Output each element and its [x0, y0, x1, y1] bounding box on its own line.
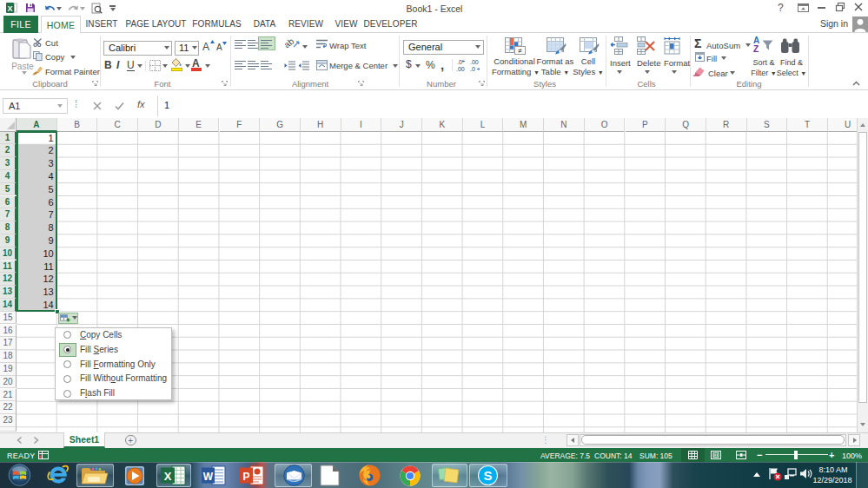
svg-text:S: S [483, 468, 492, 483]
svg-text:W: W [203, 471, 214, 483]
svg-text:.00: .00 [456, 66, 465, 72]
svg-text:X: X [7, 4, 12, 13]
svg-text:.0: .0 [470, 66, 475, 72]
svg-text:X: X [164, 470, 172, 483]
svg-text:P: P [242, 471, 249, 483]
svg-text:.00: .00 [470, 59, 479, 65]
svg-text:.0: .0 [457, 59, 462, 65]
